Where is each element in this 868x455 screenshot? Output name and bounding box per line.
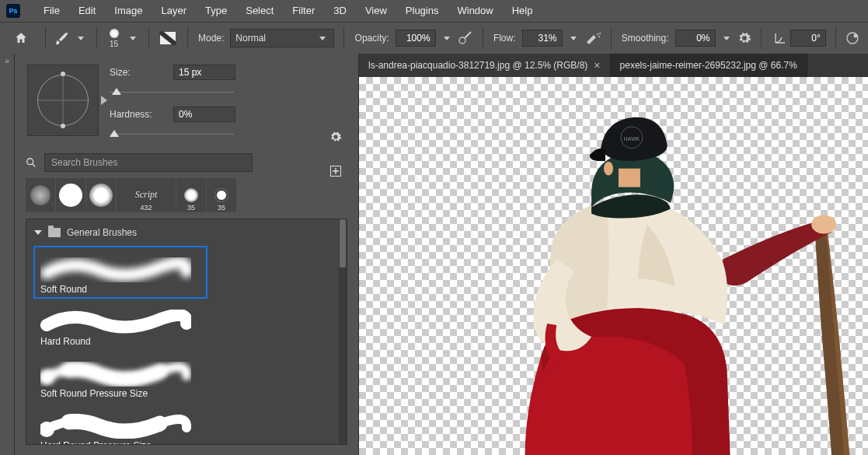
flow-value: 31% [539, 33, 557, 44]
document-tab[interactable]: ls-andrea-piacquadio-3812719.jpg @ 12.5%… [359, 54, 611, 77]
airbrush-icon [584, 31, 601, 45]
svg-point-1 [459, 37, 465, 44]
app-logo: Ps [6, 4, 20, 18]
size-field[interactable]: 15 px [173, 65, 235, 80]
brush-stroke-preview [40, 257, 191, 282]
menu-window[interactable]: Window [448, 0, 502, 22]
brush-tip-preview[interactable] [27, 65, 99, 136]
menu-filter[interactable]: Filter [283, 0, 324, 22]
chevron-down-icon [319, 37, 326, 40]
brush-dot-icon [110, 29, 119, 38]
home-button[interactable] [14, 30, 28, 47]
brush-preset-dropdown[interactable] [130, 37, 136, 40]
blend-mode-value: Normal [235, 33, 266, 44]
canvas-content: HAWK [359, 77, 868, 455]
svg-point-3 [598, 36, 600, 37]
tool-preset-dropdown[interactable] [78, 37, 84, 40]
caret-down-icon [34, 230, 42, 235]
tree-scrollbar[interactable] [339, 219, 347, 444]
angle-value: 0° [811, 33, 820, 44]
menu-plugins[interactable]: Plugins [396, 0, 448, 22]
flow-field[interactable]: 31% [522, 30, 563, 47]
brush-search-input[interactable] [44, 153, 253, 172]
brush-preset-item[interactable]: Soft Round Pressure Size [34, 351, 207, 402]
brush-folder-header[interactable]: General Brushes [26, 219, 339, 246]
tab-title: pexels-jaime-reimer-2695232.jpg @ 66.7% [620, 60, 797, 71]
hardness-field[interactable]: 0% [173, 107, 235, 122]
collapsed-tool-strip: » [0, 54, 15, 455]
tab-title: ls-andrea-piacquadio-3812719.jpg @ 12.5%… [368, 60, 587, 71]
brush-preset-item[interactable]: Hard Round Pressure Size [34, 403, 207, 444]
hardness-slider[interactable] [110, 128, 234, 139]
menu-view[interactable]: View [356, 0, 396, 22]
svg-point-10 [811, 215, 836, 233]
home-icon [14, 31, 28, 45]
smoothing-dropdown[interactable] [723, 37, 730, 40]
recent-brush[interactable] [56, 178, 85, 212]
smoothing-options[interactable] [737, 30, 751, 47]
size-slider[interactable] [110, 86, 234, 97]
brush-preset-item[interactable]: Hard Round [34, 299, 207, 350]
svg-point-4 [599, 33, 601, 34]
opacity-pressure-toggle[interactable] [458, 30, 473, 47]
menu-3d[interactable]: 3D [324, 0, 356, 22]
canvas[interactable]: HAWK [359, 77, 868, 455]
brush-settings-toggle[interactable] [159, 30, 176, 47]
recent-brush[interactable] [26, 178, 55, 212]
menu-bar: Ps File Edit Image Layer Type Select Fil… [0, 0, 868, 22]
smoothing-value: 0% [696, 33, 709, 44]
blend-mode-dropdown[interactable]: Normal [230, 29, 334, 47]
document-area: ls-andrea-piacquadio-3812719.jpg @ 12.5%… [359, 54, 868, 455]
svg-point-6 [854, 34, 858, 38]
menu-edit[interactable]: Edit [69, 0, 105, 22]
expand-handle[interactable]: » [5, 57, 9, 65]
menu-type[interactable]: Type [196, 0, 236, 22]
airbrush-toggle[interactable] [584, 30, 601, 47]
recent-brush[interactable]: 35 [176, 178, 206, 212]
menu-select[interactable]: Select [236, 0, 283, 22]
mode-label: Mode: [198, 33, 224, 44]
recent-brush[interactable]: 35 [207, 178, 236, 212]
hardness-label: Hardness: [110, 109, 167, 120]
document-tab[interactable]: pexels-jaime-reimer-2695232.jpg @ 66.7% [611, 54, 807, 77]
menu-layer[interactable]: Layer [152, 0, 197, 22]
panel-flyout-menu[interactable] [326, 128, 346, 145]
opacity-dropdown[interactable] [444, 37, 450, 40]
document-tabs: ls-andrea-piacquadio-3812719.jpg @ 12.5%… [359, 54, 868, 77]
gear-icon [737, 31, 751, 45]
brush-preset-item[interactable]: Soft Round [34, 247, 207, 298]
flow-label: Flow: [493, 33, 516, 44]
recent-brush[interactable] [86, 178, 116, 212]
tip-handle-bottom[interactable] [61, 124, 65, 128]
svg-point-14 [604, 162, 613, 176]
brush-size-number: 15 [110, 40, 118, 48]
size-pressure-toggle[interactable] [845, 30, 862, 47]
brush-preview[interactable]: 15 [110, 29, 119, 48]
brush-preset-name: Hard Round Pressure Size [40, 440, 200, 444]
tip-handle-top[interactable] [61, 72, 65, 76]
pen-pressure-icon [458, 31, 473, 45]
brush-icon [54, 30, 70, 46]
smoothing-field[interactable]: 0% [675, 30, 716, 47]
menu-image[interactable]: Image [105, 0, 152, 22]
gear-icon [329, 131, 342, 143]
menu-file[interactable]: File [34, 0, 69, 22]
tool-brush-indicator[interactable] [54, 30, 70, 47]
search-icon [26, 157, 37, 168]
menu-help[interactable]: Help [503, 0, 542, 22]
folder-icon [48, 228, 61, 237]
recent-brush-label: 432 [140, 204, 152, 212]
scroll-thumb[interactable] [340, 219, 346, 268]
recent-brush[interactable]: Script 432 [117, 178, 176, 212]
svg-text:Script: Script [135, 189, 158, 200]
svg-rect-11 [619, 169, 640, 187]
recent-brush-label: 35 [218, 204, 225, 212]
flow-dropdown[interactable] [570, 37, 577, 40]
new-brush-preset-button[interactable] [326, 163, 346, 180]
brush-preset-panel: Size: 15 px Hardness: 0% [15, 54, 359, 455]
opacity-field[interactable]: 100% [396, 30, 436, 47]
pen-pressure-size-icon [845, 31, 862, 45]
tab-close-button[interactable]: × [594, 59, 600, 72]
brush-angle-control[interactable]: 0° [773, 30, 826, 47]
svg-point-8 [27, 159, 33, 165]
